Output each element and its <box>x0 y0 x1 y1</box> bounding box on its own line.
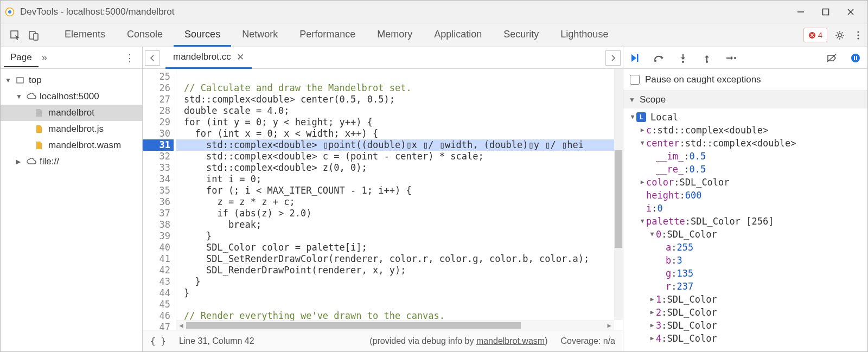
code-line[interactable]: double scale = 4.0; <box>184 105 623 117</box>
pretty-print-icon[interactable]: { } <box>150 336 166 346</box>
sidebar-kebab-icon[interactable]: ⋮ <box>120 52 139 64</box>
pause-on-exceptions-icon[interactable] <box>848 53 863 63</box>
line-number[interactable]: 41 <box>143 253 170 265</box>
step-out-icon[interactable] <box>699 53 714 63</box>
line-gutter[interactable]: 2526272829303132333435363738394041424344… <box>143 69 176 330</box>
line-number[interactable]: 39 <box>143 231 170 242</box>
line-number[interactable]: 33 <box>143 162 170 174</box>
scope-entry[interactable]: ▶color: SDL_Color <box>623 176 867 189</box>
tab-application[interactable]: Application <box>423 23 493 47</box>
line-number[interactable]: 34 <box>143 174 170 185</box>
vertical-scrollbar[interactable] <box>614 69 623 320</box>
close-tab-icon[interactable]: ✕ <box>237 52 244 63</box>
code-line[interactable]: if (abs(z) > 2.0) <box>184 208 623 219</box>
code-line[interactable]: SDL_SetRenderDrawColor(renderer, color.r… <box>184 253 623 265</box>
line-number[interactable]: 31 <box>143 139 174 151</box>
scroll-left-icon[interactable]: ◀ <box>176 320 186 330</box>
scope-local-row[interactable]: ▼ L Local <box>623 111 867 124</box>
pause-on-caught-input[interactable] <box>630 75 640 85</box>
line-number[interactable]: 29 <box>143 117 170 128</box>
scope-entry[interactable]: ▼palette: SDL_Color [256] <box>623 215 867 228</box>
tree-host[interactable]: ▼ localhost:5000 <box>1 88 142 105</box>
scroll-right-icon[interactable]: ▶ <box>604 320 614 330</box>
line-number[interactable]: 44 <box>143 287 170 299</box>
code-line[interactable]: std::complex<double> z(0, 0); <box>184 162 623 174</box>
scope-entry[interactable]: i: 0 <box>623 202 867 215</box>
line-number[interactable]: 37 <box>143 208 170 219</box>
line-number[interactable]: 38 <box>143 219 170 231</box>
nav-back-icon[interactable] <box>145 50 160 66</box>
step-into-icon[interactable] <box>675 53 691 63</box>
code-line[interactable]: break; <box>184 219 623 231</box>
code-line[interactable]: SDL_Color color = palette[i]; <box>184 242 623 253</box>
code-line[interactable]: } <box>184 287 623 299</box>
tree-top[interactable]: ▼ top <box>1 72 142 88</box>
tree-file-mandelbrot[interactable]: mandelbrot <box>1 105 142 121</box>
code-line[interactable]: } <box>184 276 623 287</box>
tab-console[interactable]: Console <box>116 23 174 47</box>
line-number[interactable]: 32 <box>143 151 170 162</box>
tab-security[interactable]: Security <box>493 23 550 47</box>
line-number[interactable]: 43 <box>143 276 170 287</box>
line-number[interactable]: 28 <box>143 105 170 117</box>
code-line[interactable] <box>184 299 623 310</box>
scope-entry[interactable]: ▼0: SDL_Color <box>623 228 867 241</box>
line-number[interactable]: 45 <box>143 299 170 310</box>
horizontal-scrollbar[interactable]: ◀ ▶ <box>176 321 614 330</box>
scope-entry[interactable]: ▶c: std::complex<double> <box>623 124 867 137</box>
error-count-badge[interactable]: 4 <box>803 28 827 42</box>
line-number[interactable]: 42 <box>143 265 170 276</box>
line-number[interactable]: 25 <box>143 71 170 82</box>
scope-entry[interactable]: r: 237 <box>623 280 867 293</box>
code-line[interactable]: int i = 0; <box>184 174 623 185</box>
code-line[interactable] <box>184 71 623 82</box>
code-line[interactable]: // Calculate and draw the Mandelbrot set… <box>184 82 623 94</box>
tree-file-scheme[interactable]: ▶ file:// <box>1 153 142 170</box>
scope-entry[interactable]: ▶2: SDL_Color <box>623 306 867 319</box>
close-button[interactable] <box>838 1 863 23</box>
scope-entry[interactable]: b: 3 <box>623 254 867 267</box>
scope-entry[interactable]: height: 600 <box>623 189 867 202</box>
code-lines[interactable]: // Calculate and draw the Mandelbrot set… <box>176 69 623 330</box>
resume-button-icon[interactable] <box>628 53 643 63</box>
editor-file-tab[interactable]: mandelbrot.cc ✕ <box>165 47 252 69</box>
scope-entry[interactable]: ▶1: SDL_Color <box>623 293 867 306</box>
code-line[interactable]: std::complex<double> center(0.5, 0.5); <box>184 94 623 105</box>
tab-sources[interactable]: Sources <box>174 23 231 47</box>
tab-memory[interactable]: Memory <box>366 23 423 47</box>
scope-entry[interactable]: __re_: 0.5 <box>623 163 867 176</box>
pause-on-caught-checkbox[interactable]: Pause on caught exceptions <box>623 69 867 91</box>
kebab-menu-icon[interactable] <box>849 23 867 47</box>
scope-entry[interactable]: __im_: 0.5 <box>623 150 867 163</box>
inspect-element-icon[interactable] <box>6 23 24 47</box>
line-number[interactable]: 46 <box>143 310 170 322</box>
code-line[interactable]: for (int x = 0; x < width; x++) { <box>184 128 623 139</box>
scope-entry[interactable]: a: 255 <box>623 241 867 254</box>
maximize-button[interactable] <box>813 1 838 23</box>
step-over-icon[interactable] <box>652 53 667 63</box>
tree-file-mandelbrot-js[interactable]: mandelbrot.js <box>1 121 142 137</box>
nav-forward-icon[interactable] <box>605 50 621 66</box>
scope-header[interactable]: ▼ Scope <box>623 91 867 108</box>
deactivate-breakpoints-icon[interactable] <box>824 53 839 63</box>
line-number[interactable]: 26 <box>143 82 170 94</box>
debug-info-link[interactable]: mandelbrot.wasm <box>476 336 545 345</box>
code-area[interactable]: 2526272829303132333435363738394041424344… <box>143 69 623 330</box>
code-line[interactable]: for (int y = 0; y < height; y++) { <box>184 117 623 128</box>
scope-entry[interactable]: g: 135 <box>623 267 867 280</box>
line-number[interactable]: 36 <box>143 196 170 208</box>
scope-entry[interactable]: ▶4: SDL_Color <box>623 332 867 345</box>
line-number[interactable]: 47 <box>143 322 170 330</box>
tab-elements[interactable]: Elements <box>54 23 116 47</box>
line-number[interactable]: 35 <box>143 185 170 196</box>
minimize-button[interactable] <box>788 1 813 23</box>
settings-gear-icon[interactable] <box>831 23 849 47</box>
tab-network[interactable]: Network <box>231 23 289 47</box>
line-number[interactable]: 30 <box>143 128 170 139</box>
code-line[interactable]: z = z * z + c; <box>184 196 623 208</box>
scope-entry[interactable]: ▼center: std::complex<double> <box>623 137 867 150</box>
code-line[interactable]: std::complex<double> c = (point - center… <box>184 151 623 162</box>
code-line[interactable]: std::complex<double> ▯point((double)▯x ▯… <box>184 139 623 151</box>
tab-lighthouse[interactable]: Lighthouse <box>550 23 619 47</box>
tree-file-mandelbrot-wasm[interactable]: mandelbrot.wasm <box>1 137 142 153</box>
